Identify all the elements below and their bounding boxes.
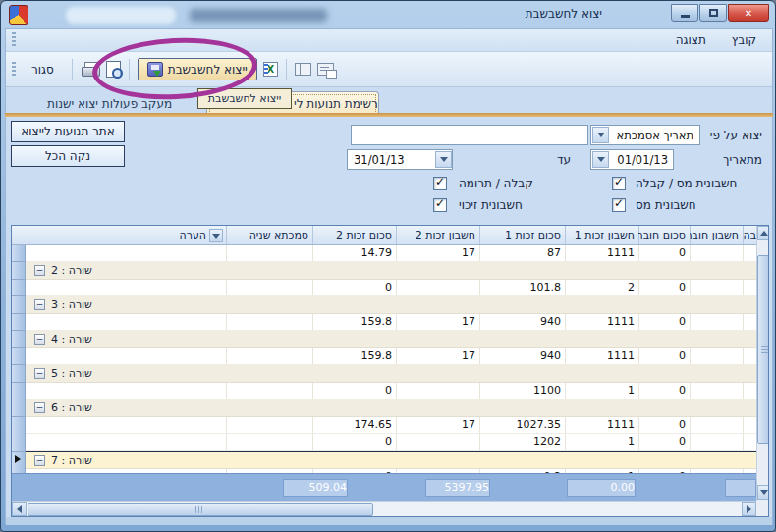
check-icon: ✓ (435, 196, 445, 210)
column-header-credit2-acct[interactable]: חשבון זכות 2 (396, 229, 475, 241)
column-header-credit1-sum[interactable]: סכום זכות 1 (479, 229, 561, 241)
column-header-debit1-clipped[interactable]: בה 1 (743, 229, 756, 241)
checkbox-label: חשבונית מס / קבלה (636, 177, 737, 190)
arrow-left-icon (17, 505, 22, 513)
cell-credit2-acct (396, 383, 475, 399)
grid-header-row: הערה סמכתא שניה סכום זכות 2 חשבון זכות 2… (12, 226, 756, 245)
export-by-label: יצוא על פי (710, 129, 762, 142)
checkbox-receipt-donation[interactable]: ✓ (433, 177, 447, 190)
table-row[interactable]: 0 1202 1 0 (26, 434, 756, 451)
printer-icon[interactable] (81, 62, 100, 78)
group-label: שורה : 7 (51, 454, 92, 467)
table-row[interactable]: 0 101.8 2 0 (26, 280, 756, 296)
group-label: שורה : 3 (51, 298, 92, 311)
from-date-combo[interactable]: 01/01/13 (590, 149, 674, 170)
chevron-down-icon (597, 133, 605, 137)
until-label: עד (557, 153, 571, 167)
chevron-down-icon (597, 157, 605, 162)
menubar-grip[interactable] (12, 32, 16, 48)
cell-credit1-sum: 87 (479, 245, 561, 262)
arrow-up-icon (760, 231, 768, 236)
scroll-right-button[interactable] (742, 502, 756, 516)
window-bottom-strip (6, 517, 772, 525)
minimize-icon (681, 15, 690, 18)
group-row[interactable]: − שורה : 6 (26, 399, 756, 417)
cell-credit2-acct (396, 280, 475, 296)
group-row[interactable]: − שורה : 3 (26, 296, 756, 314)
checkbox-credit-invoice[interactable]: ✓ (433, 198, 447, 212)
transactions-grid: הערה סמכתא שניה סכום זכות 2 חשבון זכות 2… (11, 225, 769, 517)
toolbar-grip[interactable] (12, 62, 16, 78)
column-header-debit2-acct[interactable]: חשבון חובה 2 (690, 229, 739, 241)
horizontal-scrollbar[interactable] (12, 501, 756, 516)
panel-layout-icon[interactable] (295, 63, 311, 76)
dropdown-button[interactable] (435, 151, 452, 168)
tab-strip: מעקב פעולות יצוא ישנות רשימת תנועות לי (6, 87, 772, 113)
close-button[interactable]: ✕ (728, 4, 769, 22)
total-credit1-sum: 5397.95 (425, 479, 490, 497)
titlebar[interactable]: יצוא לחשבשבת ✕ (1, 1, 776, 28)
from-date-value: 01/01/13 (617, 153, 668, 167)
menu-view[interactable]: תצוגה (672, 31, 710, 49)
scroll-down-button[interactable] (757, 485, 769, 500)
toolbar-separator (72, 59, 73, 80)
table-row[interactable]: 159.8 17 940 1111 0 (26, 314, 756, 331)
collapse-icon[interactable]: − (34, 402, 45, 413)
group-row[interactable]: − שורה : 2 (26, 262, 756, 280)
group-panel-icon[interactable] (317, 63, 334, 76)
minimize-button[interactable] (671, 4, 698, 22)
clear-all-button[interactable]: נקה הכל (11, 145, 125, 167)
cell-credit2-sum: 14.79 (312, 245, 392, 262)
scroll-up-button[interactable] (757, 226, 769, 240)
dropdown-button[interactable] (592, 151, 609, 168)
export-by-extra-field[interactable] (351, 125, 588, 145)
filter-button[interactable] (209, 229, 223, 242)
collapse-icon[interactable]: − (34, 265, 45, 276)
app-window: יצוא לחשבשבת ✕ קובץ תצוגה סגור ייצוא לחש… (0, 0, 776, 532)
column-header-second-ref[interactable]: סמכתא שניה (226, 229, 308, 241)
vertical-scrollbar[interactable] (756, 226, 769, 501)
print-preview-icon[interactable] (106, 61, 121, 78)
column-header-credit1-acct[interactable]: חשבון זכות 1 (565, 229, 635, 241)
scroll-left-button[interactable] (12, 502, 27, 516)
maximize-button[interactable] (699, 4, 727, 22)
dropdown-button[interactable] (592, 127, 609, 143)
export-to-hashavshevet-button[interactable]: ייצוא לחשבשבת (138, 58, 257, 80)
column-header-credit2-sum[interactable]: סכום זכות 2 (312, 229, 392, 241)
group-row[interactable]: − שורה : 4 (26, 331, 756, 348)
collapse-icon[interactable]: − (34, 334, 45, 345)
close-form-button[interactable]: סגור (22, 60, 64, 80)
to-date-combo[interactable]: 31/01/13 (347, 149, 453, 170)
collapse-icon[interactable]: − (34, 455, 45, 466)
checkbox-tax-invoice-receipt[interactable]: ✓ (612, 177, 626, 190)
export-by-combo[interactable]: תאריך אסמכתא (590, 125, 700, 145)
checkbox-tax-invoice[interactable]: ✓ (612, 198, 626, 212)
arrow-down-icon (760, 490, 768, 495)
column-header-comment[interactable]: הערה (139, 229, 206, 241)
cell-credit1-acct: 1111 (565, 314, 635, 331)
column-header-debit2-sum[interactable]: סכום חובה 2 (638, 229, 686, 241)
excel-export-icon[interactable]: X (263, 62, 278, 77)
group-row-selected[interactable]: − שורה : 7 (26, 451, 756, 469)
collapse-icon[interactable]: − (34, 368, 45, 379)
checkbox-label: קבלה / תרומה (459, 177, 533, 190)
group-label: שורה : 5 (51, 367, 92, 380)
tab-label: רשימת תנועות לי (294, 97, 378, 111)
table-row[interactable]: 159.8 17 940 1111 0 (26, 348, 756, 365)
cell-credit2-sum: 159.8 (312, 314, 392, 331)
cell-debit2-sum: 0 (638, 434, 686, 451)
find-transactions-button[interactable]: אתר תנועות לייצוא (11, 121, 125, 142)
vertical-scroll-thumb[interactable] (757, 255, 769, 444)
collapse-icon[interactable]: − (34, 299, 45, 310)
table-row[interactable]: 0 1100 1 0 (26, 383, 756, 399)
group-label: שורה : 6 (51, 401, 92, 414)
group-row[interactable]: − שורה : 5 (26, 365, 756, 383)
horizontal-scroll-thumb[interactable] (28, 503, 373, 516)
table-row[interactable]: 174.65 17 1027.35 1111 0 (26, 417, 756, 434)
menu-file[interactable]: קובץ (728, 31, 760, 49)
tab-label: מעקב פעולות יצוא ישנות (47, 97, 172, 111)
close-icon: ✕ (745, 8, 752, 19)
cell-debit2-sum: 0 (638, 348, 686, 365)
table-row[interactable]: 14.79 17 87 1111 0 (26, 245, 756, 262)
total-debit2-sum: 0.00 (567, 479, 636, 497)
